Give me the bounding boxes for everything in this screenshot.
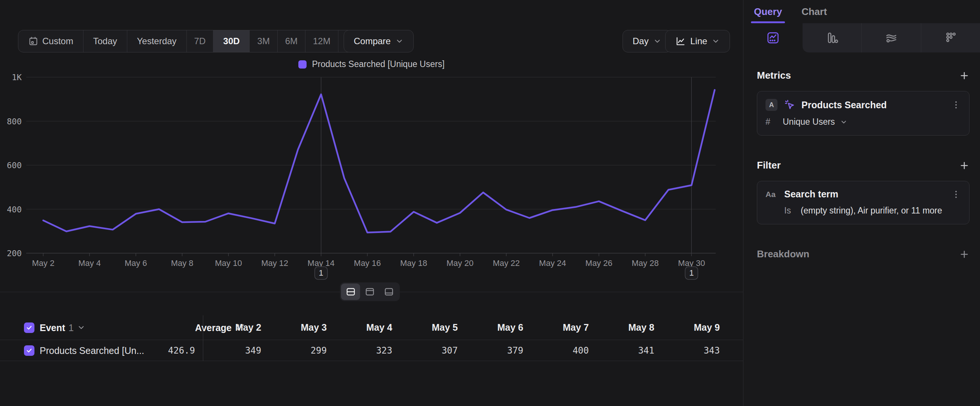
date-cell-value: 400: [523, 340, 589, 361]
date-column-header[interactable]: May 5: [392, 315, 458, 340]
kebab-menu-icon[interactable]: [951, 100, 961, 110]
tab-flows[interactable]: [861, 23, 921, 53]
analytics-app: CustomTodayYesterday7D30D3M6M12MXTD Comp…: [0, 0, 980, 406]
x-axis-label: May 20: [447, 258, 474, 268]
table-view-icon: [383, 287, 395, 297]
chart-view-button[interactable]: [360, 283, 379, 300]
event-cursor-icon: [783, 99, 795, 111]
date-column-header[interactable]: May 3: [261, 315, 327, 340]
view-layout-toggle: [340, 282, 400, 301]
event-row-average: 426.9: [112, 345, 195, 356]
filter-condition-row[interactable]: Is (empty string), Air purifier, or 11 m…: [784, 205, 961, 216]
add-metric-icon[interactable]: [959, 70, 969, 81]
date-column-values: 349299323307379400341343: [196, 340, 720, 361]
date-cell-value: 323: [327, 340, 392, 361]
chevron-down-icon: [77, 323, 85, 332]
date-cell-value: 379: [458, 340, 523, 361]
tab-funnels[interactable]: [803, 23, 861, 53]
query-panel: Query Chart: [743, 0, 980, 406]
check-icon: [26, 347, 33, 354]
string-property-icon: Aa: [765, 190, 778, 199]
x-axis-label: May 12: [261, 258, 288, 268]
x-axis-label: May 10: [215, 258, 242, 268]
y-axis-label: 200: [7, 249, 22, 258]
measure-type-icon: #: [765, 117, 778, 127]
report-type-tabs: [743, 23, 980, 53]
y-axis-label: 600: [7, 161, 22, 170]
x-axis-label: May 6: [125, 258, 147, 268]
filter-operator: Is: [784, 205, 791, 216]
tab-retention[interactable]: [921, 23, 980, 53]
metrics-heading: Metrics: [757, 70, 791, 81]
metrics-section-header: Metrics: [757, 70, 969, 81]
y-axis-label: 1K: [12, 73, 22, 82]
date-cell-value: 341: [589, 340, 654, 361]
date-cell-value: 343: [654, 340, 720, 361]
tab-chart[interactable]: Chart: [802, 0, 827, 23]
event-count: 1: [68, 322, 74, 333]
line-chart[interactable]: 2004006008001KMay 2May 4May 6May 8May 10…: [0, 0, 743, 290]
x-axis-label: May 24: [539, 258, 566, 268]
chevron-down-icon: [840, 118, 848, 126]
x-axis-label: May 22: [493, 258, 520, 268]
retention-dots-icon: [944, 32, 957, 44]
tab-insights[interactable]: [743, 23, 803, 53]
date-cell-value: 299: [261, 340, 327, 361]
table-view-button[interactable]: [380, 283, 399, 300]
date-column-header[interactable]: May 9: [654, 315, 720, 340]
date-column-header[interactable]: May 2: [196, 315, 261, 340]
event-row-checkbox[interactable]: [24, 345, 35, 356]
tab-query[interactable]: Query: [754, 0, 782, 23]
metric-name: Products Searched: [802, 100, 945, 110]
annotation-badge-label: 1: [319, 268, 323, 277]
x-axis-label: May 4: [78, 258, 101, 268]
x-axis-label: May 2: [32, 258, 55, 268]
filter-section-header: Filter: [757, 159, 969, 171]
split-view-button[interactable]: [341, 283, 360, 300]
split-view-icon: [345, 287, 356, 297]
y-axis-label: 400: [7, 205, 22, 214]
x-axis-label: May 26: [585, 258, 612, 268]
main-report-area: CustomTodayYesterday7D30D3M6M12MXTD Comp…: [0, 0, 743, 406]
panel-tab-bar: Query Chart: [743, 0, 980, 23]
check-icon: [26, 324, 33, 331]
metric-card-header: A Products Searched: [765, 99, 961, 111]
filter-heading: Filter: [757, 159, 781, 171]
filter-values: (empty string), Air purifier, or 11 more: [801, 205, 942, 216]
date-column-header[interactable]: May 6: [458, 315, 523, 340]
metric-card[interactable]: A Products Searched # Unique Users: [757, 91, 969, 135]
date-cell-value: 349: [196, 340, 261, 361]
add-breakdown-icon[interactable]: [959, 249, 969, 260]
metric-letter-badge: A: [765, 99, 778, 111]
x-axis-label: May 8: [171, 258, 194, 268]
kebab-menu-icon[interactable]: [951, 189, 961, 199]
flows-icon: [885, 32, 898, 44]
table-header-row: Event 1 Average May 2May 3May 4May 5May …: [0, 315, 743, 340]
add-filter-icon[interactable]: [959, 160, 969, 171]
insights-icon: [767, 32, 780, 44]
x-axis-label: May 18: [400, 258, 427, 268]
measure-label: Unique Users: [783, 117, 835, 127]
date-column-headers: May 2May 3May 4May 5May 6May 7May 8May 9: [196, 315, 720, 340]
date-column-header[interactable]: May 4: [327, 315, 392, 340]
breakdown-heading: Breakdown: [757, 248, 809, 260]
date-cell-value: 307: [392, 340, 458, 361]
event-select-all-checkbox[interactable]: [24, 322, 35, 333]
filter-property-name: Search term: [784, 189, 945, 200]
table-column-divider: [203, 315, 203, 361]
date-column-header[interactable]: May 8: [589, 315, 654, 340]
report-type-tabs-group: [803, 23, 980, 53]
x-axis-label: May 16: [354, 258, 381, 268]
filter-card[interactable]: Aa Search term Is (empty string), Air pu…: [757, 181, 969, 224]
filter-card-header: Aa Search term: [765, 189, 961, 200]
table-row[interactable]: Products Searched [Un... 426.9 349299323…: [0, 340, 743, 361]
x-axis-label: May 28: [632, 258, 659, 268]
series-line[interactable]: [43, 90, 715, 232]
y-axis-label: 800: [7, 117, 22, 126]
funnel-bars-icon: [826, 32, 838, 44]
query-builder: Metrics A Products Searched #: [743, 53, 980, 260]
date-column-header[interactable]: May 7: [523, 315, 589, 340]
event-label: Event: [40, 322, 65, 333]
metric-measure-row[interactable]: # Unique Users: [765, 117, 961, 127]
event-column-header[interactable]: Event 1: [40, 322, 85, 333]
